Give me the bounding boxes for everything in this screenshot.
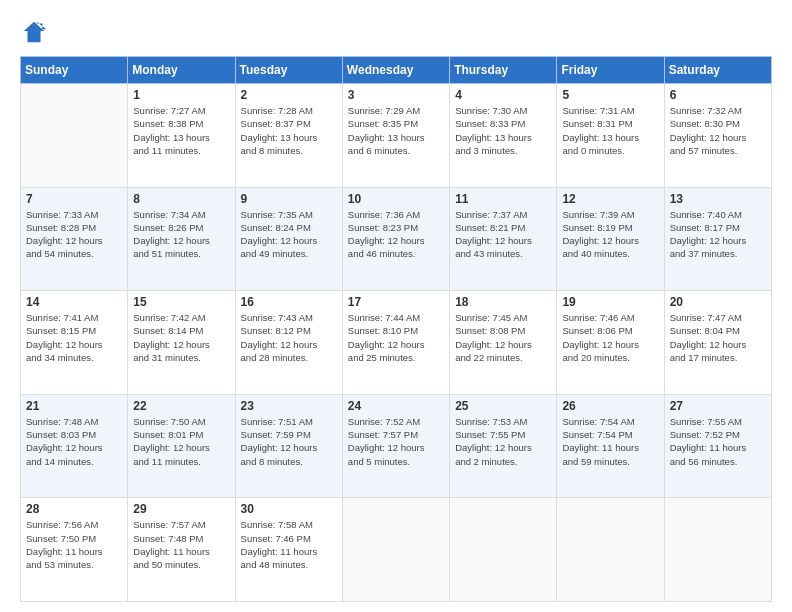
- calendar: SundayMondayTuesdayWednesdayThursdayFrid…: [20, 56, 772, 602]
- day-number: 23: [241, 399, 337, 413]
- calendar-header-row: SundayMondayTuesdayWednesdayThursdayFrid…: [21, 57, 772, 84]
- day-number: 30: [241, 502, 337, 516]
- day-number: 21: [26, 399, 122, 413]
- day-info: Sunrise: 7:37 AM Sunset: 8:21 PM Dayligh…: [455, 208, 551, 261]
- calendar-week-row: 14Sunrise: 7:41 AM Sunset: 8:15 PM Dayli…: [21, 291, 772, 395]
- day-info: Sunrise: 7:39 AM Sunset: 8:19 PM Dayligh…: [562, 208, 658, 261]
- calendar-cell: 21Sunrise: 7:48 AM Sunset: 8:03 PM Dayli…: [21, 394, 128, 498]
- day-info: Sunrise: 7:48 AM Sunset: 8:03 PM Dayligh…: [26, 415, 122, 468]
- calendar-cell: [557, 498, 664, 602]
- day-info: Sunrise: 7:34 AM Sunset: 8:26 PM Dayligh…: [133, 208, 229, 261]
- day-number: 14: [26, 295, 122, 309]
- calendar-cell: 2Sunrise: 7:28 AM Sunset: 8:37 PM Daylig…: [235, 84, 342, 188]
- day-info: Sunrise: 7:32 AM Sunset: 8:30 PM Dayligh…: [670, 104, 766, 157]
- calendar-cell: 26Sunrise: 7:54 AM Sunset: 7:54 PM Dayli…: [557, 394, 664, 498]
- day-info: Sunrise: 7:56 AM Sunset: 7:50 PM Dayligh…: [26, 518, 122, 571]
- day-number: 6: [670, 88, 766, 102]
- calendar-cell: 24Sunrise: 7:52 AM Sunset: 7:57 PM Dayli…: [342, 394, 449, 498]
- calendar-week-row: 7Sunrise: 7:33 AM Sunset: 8:28 PM Daylig…: [21, 187, 772, 291]
- calendar-cell: 7Sunrise: 7:33 AM Sunset: 8:28 PM Daylig…: [21, 187, 128, 291]
- calendar-header-wednesday: Wednesday: [342, 57, 449, 84]
- day-info: Sunrise: 7:29 AM Sunset: 8:35 PM Dayligh…: [348, 104, 444, 157]
- calendar-header-thursday: Thursday: [450, 57, 557, 84]
- day-info: Sunrise: 7:43 AM Sunset: 8:12 PM Dayligh…: [241, 311, 337, 364]
- day-info: Sunrise: 7:57 AM Sunset: 7:48 PM Dayligh…: [133, 518, 229, 571]
- day-info: Sunrise: 7:45 AM Sunset: 8:08 PM Dayligh…: [455, 311, 551, 364]
- calendar-cell: 19Sunrise: 7:46 AM Sunset: 8:06 PM Dayli…: [557, 291, 664, 395]
- logo-icon: [20, 18, 48, 46]
- calendar-cell: 12Sunrise: 7:39 AM Sunset: 8:19 PM Dayli…: [557, 187, 664, 291]
- day-info: Sunrise: 7:36 AM Sunset: 8:23 PM Dayligh…: [348, 208, 444, 261]
- calendar-week-row: 28Sunrise: 7:56 AM Sunset: 7:50 PM Dayli…: [21, 498, 772, 602]
- day-number: 17: [348, 295, 444, 309]
- calendar-cell: [21, 84, 128, 188]
- day-number: 11: [455, 192, 551, 206]
- day-number: 4: [455, 88, 551, 102]
- calendar-cell: 1Sunrise: 7:27 AM Sunset: 8:38 PM Daylig…: [128, 84, 235, 188]
- calendar-cell: 20Sunrise: 7:47 AM Sunset: 8:04 PM Dayli…: [664, 291, 771, 395]
- day-number: 1: [133, 88, 229, 102]
- calendar-week-row: 1Sunrise: 7:27 AM Sunset: 8:38 PM Daylig…: [21, 84, 772, 188]
- day-info: Sunrise: 7:42 AM Sunset: 8:14 PM Dayligh…: [133, 311, 229, 364]
- day-number: 3: [348, 88, 444, 102]
- logo: [20, 18, 52, 46]
- calendar-header-friday: Friday: [557, 57, 664, 84]
- day-info: Sunrise: 7:55 AM Sunset: 7:52 PM Dayligh…: [670, 415, 766, 468]
- calendar-cell: 9Sunrise: 7:35 AM Sunset: 8:24 PM Daylig…: [235, 187, 342, 291]
- day-number: 5: [562, 88, 658, 102]
- day-number: 24: [348, 399, 444, 413]
- day-number: 25: [455, 399, 551, 413]
- day-number: 2: [241, 88, 337, 102]
- day-number: 16: [241, 295, 337, 309]
- calendar-cell: 25Sunrise: 7:53 AM Sunset: 7:55 PM Dayli…: [450, 394, 557, 498]
- calendar-cell: 18Sunrise: 7:45 AM Sunset: 8:08 PM Dayli…: [450, 291, 557, 395]
- day-info: Sunrise: 7:47 AM Sunset: 8:04 PM Dayligh…: [670, 311, 766, 364]
- calendar-cell: [450, 498, 557, 602]
- day-info: Sunrise: 7:51 AM Sunset: 7:59 PM Dayligh…: [241, 415, 337, 468]
- day-number: 15: [133, 295, 229, 309]
- calendar-header-monday: Monday: [128, 57, 235, 84]
- calendar-cell: 29Sunrise: 7:57 AM Sunset: 7:48 PM Dayli…: [128, 498, 235, 602]
- calendar-cell: 22Sunrise: 7:50 AM Sunset: 8:01 PM Dayli…: [128, 394, 235, 498]
- day-number: 29: [133, 502, 229, 516]
- calendar-header-saturday: Saturday: [664, 57, 771, 84]
- day-number: 10: [348, 192, 444, 206]
- day-info: Sunrise: 7:35 AM Sunset: 8:24 PM Dayligh…: [241, 208, 337, 261]
- day-number: 27: [670, 399, 766, 413]
- day-info: Sunrise: 7:28 AM Sunset: 8:37 PM Dayligh…: [241, 104, 337, 157]
- day-number: 9: [241, 192, 337, 206]
- day-info: Sunrise: 7:52 AM Sunset: 7:57 PM Dayligh…: [348, 415, 444, 468]
- calendar-cell: 5Sunrise: 7:31 AM Sunset: 8:31 PM Daylig…: [557, 84, 664, 188]
- day-info: Sunrise: 7:46 AM Sunset: 8:06 PM Dayligh…: [562, 311, 658, 364]
- day-info: Sunrise: 7:50 AM Sunset: 8:01 PM Dayligh…: [133, 415, 229, 468]
- calendar-cell: 27Sunrise: 7:55 AM Sunset: 7:52 PM Dayli…: [664, 394, 771, 498]
- day-number: 13: [670, 192, 766, 206]
- day-info: Sunrise: 7:27 AM Sunset: 8:38 PM Dayligh…: [133, 104, 229, 157]
- calendar-cell: 3Sunrise: 7:29 AM Sunset: 8:35 PM Daylig…: [342, 84, 449, 188]
- day-number: 18: [455, 295, 551, 309]
- calendar-cell: 30Sunrise: 7:58 AM Sunset: 7:46 PM Dayli…: [235, 498, 342, 602]
- day-info: Sunrise: 7:33 AM Sunset: 8:28 PM Dayligh…: [26, 208, 122, 261]
- day-info: Sunrise: 7:30 AM Sunset: 8:33 PM Dayligh…: [455, 104, 551, 157]
- calendar-cell: 15Sunrise: 7:42 AM Sunset: 8:14 PM Dayli…: [128, 291, 235, 395]
- day-number: 12: [562, 192, 658, 206]
- day-number: 22: [133, 399, 229, 413]
- day-number: 26: [562, 399, 658, 413]
- calendar-cell: 16Sunrise: 7:43 AM Sunset: 8:12 PM Dayli…: [235, 291, 342, 395]
- day-info: Sunrise: 7:58 AM Sunset: 7:46 PM Dayligh…: [241, 518, 337, 571]
- calendar-cell: 4Sunrise: 7:30 AM Sunset: 8:33 PM Daylig…: [450, 84, 557, 188]
- header: [20, 18, 772, 46]
- day-number: 8: [133, 192, 229, 206]
- calendar-cell: 17Sunrise: 7:44 AM Sunset: 8:10 PM Dayli…: [342, 291, 449, 395]
- calendar-cell: 13Sunrise: 7:40 AM Sunset: 8:17 PM Dayli…: [664, 187, 771, 291]
- day-number: 28: [26, 502, 122, 516]
- calendar-cell: 23Sunrise: 7:51 AM Sunset: 7:59 PM Dayli…: [235, 394, 342, 498]
- day-number: 19: [562, 295, 658, 309]
- calendar-header-sunday: Sunday: [21, 57, 128, 84]
- day-info: Sunrise: 7:41 AM Sunset: 8:15 PM Dayligh…: [26, 311, 122, 364]
- calendar-cell: 28Sunrise: 7:56 AM Sunset: 7:50 PM Dayli…: [21, 498, 128, 602]
- calendar-cell: 8Sunrise: 7:34 AM Sunset: 8:26 PM Daylig…: [128, 187, 235, 291]
- day-number: 20: [670, 295, 766, 309]
- calendar-cell: 10Sunrise: 7:36 AM Sunset: 8:23 PM Dayli…: [342, 187, 449, 291]
- calendar-cell: 6Sunrise: 7:32 AM Sunset: 8:30 PM Daylig…: [664, 84, 771, 188]
